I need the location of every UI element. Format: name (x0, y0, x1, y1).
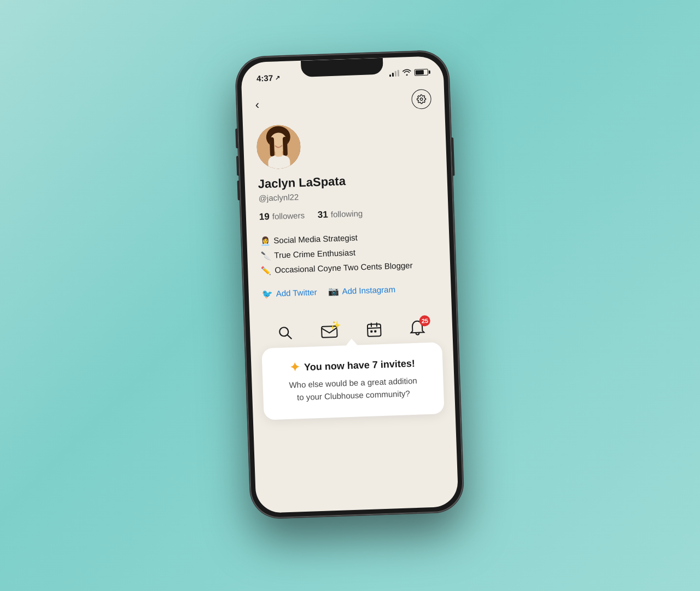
sparkle-icon: ✨ (330, 320, 342, 331)
invites-nav-item[interactable]: ✨ (320, 323, 339, 339)
following-count: 31 (318, 209, 329, 221)
notification-badge: 25 (419, 315, 431, 327)
settings-button[interactable] (411, 89, 431, 109)
svg-rect-4 (270, 137, 275, 157)
search-icon (277, 325, 293, 341)
social-links: 🐦 Add Twitter 📷 Add Instagram (261, 282, 438, 299)
add-twitter-button[interactable]: 🐦 Add Twitter (261, 287, 317, 299)
instagram-icon: 📷 (328, 286, 339, 297)
bio-emoji-2: 🔪 (260, 248, 271, 263)
following-stat[interactable]: 31 following (318, 208, 363, 221)
phone-notch (301, 58, 383, 77)
svg-rect-10 (368, 324, 381, 337)
status-icons (389, 68, 428, 77)
status-time: 4:37 ↗ (256, 73, 281, 83)
svg-rect-5 (283, 137, 288, 156)
bio-section: 👩‍💼 Social Media Strategist 🔪 True Crime… (260, 227, 438, 277)
add-instagram-button[interactable]: 📷 Add Instagram (328, 284, 395, 297)
invite-popup: ✦ You now have 7 invites! Who else would… (261, 342, 444, 420)
notifications-nav-item[interactable]: 25 (410, 320, 425, 337)
top-bar: ‹ (255, 80, 432, 126)
search-nav-item[interactable] (277, 325, 293, 341)
app-content: ‹ (242, 80, 459, 513)
invite-subtitle: Who else would be a great additionto you… (278, 374, 428, 404)
bio-emoji-3: ✏️ (261, 263, 272, 278)
add-twitter-label: Add Twitter (276, 287, 317, 298)
avatar (256, 124, 301, 170)
calendar-icon (366, 322, 382, 338)
svg-rect-14 (370, 331, 372, 333)
gear-icon (416, 94, 427, 105)
following-label: following (331, 208, 363, 219)
battery-icon (415, 69, 428, 76)
stats-row: 19 followers 31 following (259, 205, 436, 222)
svg-line-11 (368, 328, 381, 328)
invite-title: ✦ You now have 7 invites! (277, 356, 428, 375)
add-instagram-label: Add Instagram (342, 285, 395, 296)
svg-line-8 (287, 335, 291, 339)
invite-title-text: You now have 7 invites! (304, 357, 415, 373)
followers-count: 19 (259, 211, 270, 223)
invite-star-icon: ✦ (290, 360, 300, 375)
back-button[interactable]: ‹ (255, 98, 259, 112)
followers-stat[interactable]: 19 followers (259, 210, 305, 223)
svg-point-0 (420, 98, 423, 101)
bio-emoji-1: 👩‍💼 (260, 233, 271, 248)
svg-rect-6 (276, 150, 282, 157)
location-icon: ↗ (275, 74, 280, 81)
time-display: 4:37 (256, 73, 273, 83)
svg-rect-15 (374, 330, 376, 332)
twitter-icon: 🐦 (261, 288, 273, 299)
avatar-image (256, 124, 301, 170)
calendar-nav-item[interactable] (366, 322, 382, 338)
signal-icon (389, 70, 399, 77)
followers-label: followers (272, 211, 305, 221)
wifi-icon (402, 68, 412, 77)
